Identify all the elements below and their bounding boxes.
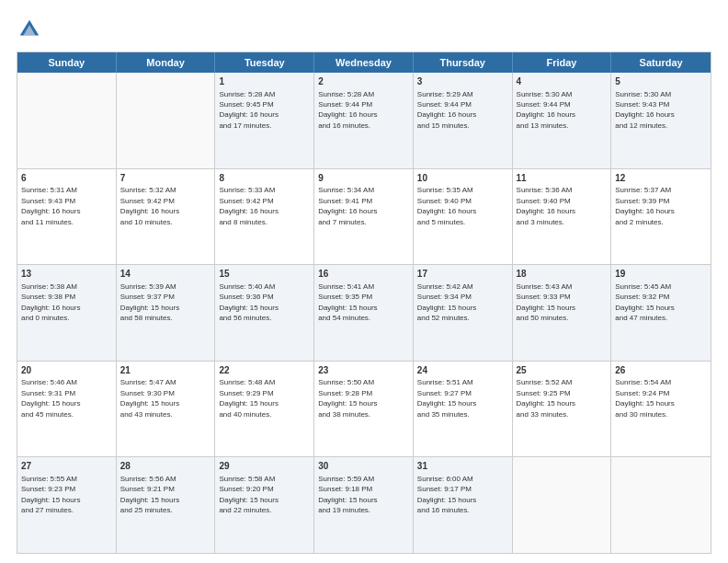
- day-number: 27: [21, 460, 112, 473]
- day-cell-20: 20Sunrise: 5:46 AM Sunset: 9:31 PM Dayli…: [17, 362, 117, 457]
- day-info: Sunrise: 5:41 AM Sunset: 9:35 PM Dayligh…: [318, 282, 377, 322]
- day-number: 25: [517, 364, 608, 377]
- day-info: Sunrise: 5:46 AM Sunset: 9:31 PM Dayligh…: [21, 378, 80, 418]
- day-number: 31: [417, 460, 508, 473]
- day-cell-22: 22Sunrise: 5:48 AM Sunset: 9:29 PM Dayli…: [215, 362, 314, 457]
- day-info: Sunrise: 5:50 AM Sunset: 9:28 PM Dayligh…: [318, 378, 377, 418]
- calendar-body: 1Sunrise: 5:28 AM Sunset: 9:45 PM Daylig…: [17, 73, 711, 553]
- day-cell-15: 15Sunrise: 5:40 AM Sunset: 9:36 PM Dayli…: [215, 265, 314, 361]
- day-info: Sunrise: 5:36 AM Sunset: 9:40 PM Dayligh…: [517, 186, 575, 225]
- day-number: 22: [219, 364, 310, 377]
- day-cell-14: 14Sunrise: 5:39 AM Sunset: 9:37 PM Dayli…: [117, 265, 216, 361]
- day-cell-10: 10Sunrise: 5:35 AM Sunset: 9:40 PM Dayli…: [414, 169, 513, 265]
- day-number: 21: [120, 364, 211, 377]
- day-info: Sunrise: 5:30 AM Sunset: 9:44 PM Dayligh…: [517, 90, 575, 130]
- day-number: 3: [417, 75, 508, 88]
- day-number: 23: [318, 364, 409, 377]
- weekday-header-wednesday: Wednesday: [314, 52, 414, 73]
- day-cell-13: 13Sunrise: 5:38 AM Sunset: 9:38 PM Dayli…: [17, 265, 117, 361]
- day-info: Sunrise: 5:47 AM Sunset: 9:30 PM Dayligh…: [120, 378, 179, 418]
- day-cell-28: 28Sunrise: 5:56 AM Sunset: 9:21 PM Dayli…: [117, 457, 216, 553]
- day-number: 30: [318, 460, 409, 473]
- day-cell-29: 29Sunrise: 5:58 AM Sunset: 9:20 PM Dayli…: [215, 457, 314, 553]
- day-cell-23: 23Sunrise: 5:50 AM Sunset: 9:28 PM Dayli…: [314, 362, 414, 457]
- day-cell-1: 1Sunrise: 5:28 AM Sunset: 9:45 PM Daylig…: [215, 73, 314, 168]
- day-cell-4: 4Sunrise: 5:30 AM Sunset: 9:44 PM Daylig…: [513, 73, 612, 168]
- day-info: Sunrise: 5:29 AM Sunset: 9:44 PM Dayligh…: [417, 90, 476, 130]
- empty-cell-0-0: [17, 73, 117, 168]
- day-cell-11: 11Sunrise: 5:36 AM Sunset: 9:40 PM Dayli…: [513, 169, 612, 265]
- day-number: 16: [318, 268, 409, 281]
- logo: [17, 17, 46, 42]
- day-number: 10: [417, 172, 508, 185]
- day-info: Sunrise: 5:58 AM Sunset: 9:20 PM Dayligh…: [219, 475, 278, 514]
- day-info: Sunrise: 5:54 AM Sunset: 9:24 PM Dayligh…: [615, 378, 674, 418]
- day-number: 5: [615, 75, 707, 88]
- day-info: Sunrise: 5:59 AM Sunset: 9:18 PM Dayligh…: [318, 475, 377, 514]
- day-info: Sunrise: 5:51 AM Sunset: 9:27 PM Dayligh…: [417, 378, 476, 418]
- page: SundayMondayTuesdayWednesdayThursdayFrid…: [0, 0, 728, 563]
- weekday-header-sunday: Sunday: [17, 52, 117, 73]
- day-number: 13: [21, 268, 112, 281]
- day-cell-9: 9Sunrise: 5:34 AM Sunset: 9:41 PM Daylig…: [314, 169, 414, 265]
- weekday-header-friday: Friday: [513, 52, 612, 73]
- day-info: Sunrise: 5:55 AM Sunset: 9:23 PM Dayligh…: [21, 475, 80, 514]
- day-cell-12: 12Sunrise: 5:37 AM Sunset: 9:39 PM Dayli…: [611, 169, 711, 265]
- day-info: Sunrise: 5:28 AM Sunset: 9:44 PM Dayligh…: [318, 90, 377, 130]
- calendar: SundayMondayTuesdayWednesdayThursdayFrid…: [17, 52, 711, 554]
- day-number: 18: [517, 268, 608, 281]
- day-cell-17: 17Sunrise: 5:42 AM Sunset: 9:34 PM Dayli…: [414, 265, 513, 361]
- empty-cell-0-1: [117, 73, 216, 168]
- day-info: Sunrise: 6:00 AM Sunset: 9:17 PM Dayligh…: [417, 475, 476, 514]
- day-number: 4: [517, 75, 608, 88]
- day-cell-26: 26Sunrise: 5:54 AM Sunset: 9:24 PM Dayli…: [611, 362, 711, 457]
- day-info: Sunrise: 5:38 AM Sunset: 9:38 PM Dayligh…: [21, 282, 80, 322]
- day-info: Sunrise: 5:31 AM Sunset: 9:43 PM Dayligh…: [21, 186, 80, 225]
- day-number: 2: [318, 75, 409, 88]
- day-cell-7: 7Sunrise: 5:32 AM Sunset: 9:42 PM Daylig…: [117, 169, 216, 265]
- day-number: 19: [615, 268, 707, 281]
- day-info: Sunrise: 5:56 AM Sunset: 9:21 PM Dayligh…: [120, 475, 179, 514]
- day-cell-6: 6Sunrise: 5:31 AM Sunset: 9:43 PM Daylig…: [17, 169, 117, 265]
- day-info: Sunrise: 5:35 AM Sunset: 9:40 PM Dayligh…: [417, 186, 476, 225]
- day-number: 15: [219, 268, 310, 281]
- day-number: 1: [219, 75, 310, 88]
- day-info: Sunrise: 5:43 AM Sunset: 9:33 PM Dayligh…: [517, 282, 575, 322]
- day-info: Sunrise: 5:40 AM Sunset: 9:36 PM Dayligh…: [219, 282, 278, 322]
- day-cell-19: 19Sunrise: 5:45 AM Sunset: 9:32 PM Dayli…: [611, 265, 711, 361]
- day-number: 14: [120, 268, 211, 281]
- day-number: 6: [21, 172, 112, 185]
- day-cell-2: 2Sunrise: 5:28 AM Sunset: 9:44 PM Daylig…: [314, 73, 414, 168]
- day-info: Sunrise: 5:48 AM Sunset: 9:29 PM Dayligh…: [219, 378, 278, 418]
- calendar-row-2: 13Sunrise: 5:38 AM Sunset: 9:38 PM Dayli…: [17, 264, 711, 361]
- day-cell-3: 3Sunrise: 5:29 AM Sunset: 9:44 PM Daylig…: [414, 73, 513, 168]
- weekday-header-saturday: Saturday: [611, 52, 711, 73]
- day-cell-27: 27Sunrise: 5:55 AM Sunset: 9:23 PM Dayli…: [17, 457, 117, 553]
- day-info: Sunrise: 5:30 AM Sunset: 9:43 PM Dayligh…: [615, 90, 674, 130]
- header: [17, 17, 711, 42]
- day-info: Sunrise: 5:52 AM Sunset: 9:25 PM Dayligh…: [517, 378, 575, 418]
- day-info: Sunrise: 5:45 AM Sunset: 9:32 PM Dayligh…: [615, 282, 674, 322]
- day-number: 11: [517, 172, 608, 185]
- day-info: Sunrise: 5:34 AM Sunset: 9:41 PM Dayligh…: [318, 186, 377, 225]
- day-number: 8: [219, 172, 310, 185]
- day-number: 29: [219, 460, 310, 473]
- empty-cell-4-6: [611, 457, 711, 553]
- day-cell-21: 21Sunrise: 5:47 AM Sunset: 9:30 PM Dayli…: [117, 362, 216, 457]
- day-number: 12: [615, 172, 707, 185]
- day-cell-24: 24Sunrise: 5:51 AM Sunset: 9:27 PM Dayli…: [414, 362, 513, 457]
- day-info: Sunrise: 5:39 AM Sunset: 9:37 PM Dayligh…: [120, 282, 179, 322]
- logo-icon: [17, 17, 42, 42]
- day-number: 17: [417, 268, 508, 281]
- calendar-row-3: 20Sunrise: 5:46 AM Sunset: 9:31 PM Dayli…: [17, 361, 711, 457]
- weekday-header-monday: Monday: [117, 52, 216, 73]
- empty-cell-4-5: [513, 457, 612, 553]
- day-cell-30: 30Sunrise: 5:59 AM Sunset: 9:18 PM Dayli…: [314, 457, 414, 553]
- day-cell-5: 5Sunrise: 5:30 AM Sunset: 9:43 PM Daylig…: [611, 73, 711, 168]
- day-info: Sunrise: 5:42 AM Sunset: 9:34 PM Dayligh…: [417, 282, 476, 322]
- calendar-row-4: 27Sunrise: 5:55 AM Sunset: 9:23 PM Dayli…: [17, 456, 711, 553]
- day-info: Sunrise: 5:37 AM Sunset: 9:39 PM Dayligh…: [615, 186, 674, 225]
- day-number: 20: [21, 364, 112, 377]
- day-number: 24: [417, 364, 508, 377]
- day-info: Sunrise: 5:28 AM Sunset: 9:45 PM Dayligh…: [219, 90, 278, 130]
